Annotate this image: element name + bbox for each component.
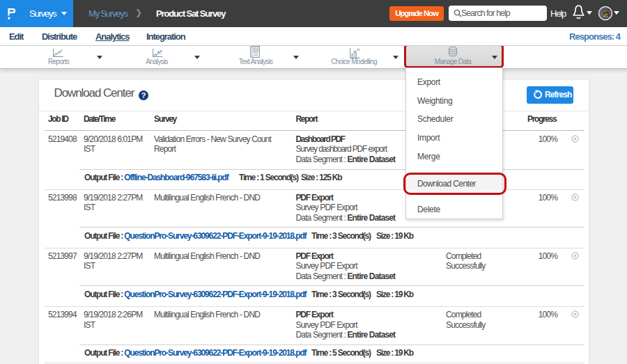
svg-text:?: ? <box>141 91 146 100</box>
